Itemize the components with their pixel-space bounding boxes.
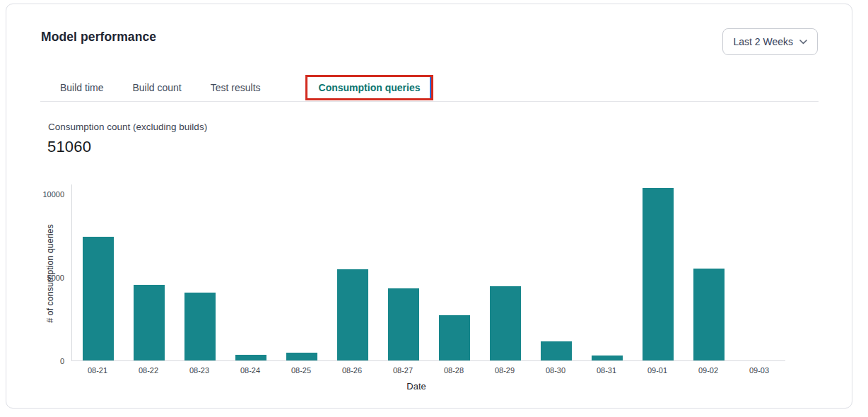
x-axis-tick-label: 08-30 (530, 366, 581, 375)
tab-build-count[interactable]: Build count (132, 82, 181, 93)
x-axis-tick-label: 08-24 (225, 366, 276, 375)
y-axis-tick-label: 0 (28, 356, 64, 366)
bar-08-30[interactable] (541, 341, 572, 360)
bar-08-22[interactable] (134, 285, 165, 360)
metric-label: Consumption count (excluding builds) (48, 122, 207, 132)
bar-08-25[interactable] (286, 353, 317, 360)
x-axis-tick-label: 08-28 (428, 366, 479, 375)
tab-bar: Build timeBuild countTest resultsConsump… (60, 74, 433, 101)
y-axis-tick-label: 10000 (28, 189, 64, 199)
x-axis-tick-label: 08-31 (581, 366, 632, 375)
x-axis-tick-label: 09-03 (734, 366, 785, 375)
tab-focus-ring (430, 77, 431, 98)
bar-08-24[interactable] (235, 355, 266, 360)
plot-area (71, 184, 785, 361)
bar-09-02[interactable] (693, 269, 725, 360)
y-axis-tick-label: 5000 (28, 273, 64, 283)
page-title: Model performance (41, 30, 156, 45)
consumption-queries-chart: # of consumption queries Date 0500010000… (6, 184, 853, 397)
model-performance-card: Model performance Last 2 Weeks Build tim… (6, 4, 852, 409)
x-axis-tick-label: 08-29 (479, 366, 530, 375)
x-axis-tick-label: 08-26 (327, 366, 377, 375)
page: Model performance Last 2 Weeks Build tim… (0, 0, 868, 417)
x-axis-tick-label: 08-23 (174, 366, 225, 375)
x-axis-title: Date (382, 381, 450, 392)
metric-value: 51060 (47, 138, 91, 156)
x-axis-tick-label: 09-01 (632, 366, 683, 375)
tab-test-results[interactable]: Test results (211, 82, 261, 93)
chevron-down-icon (799, 40, 807, 45)
x-axis-tick-label: 08-21 (72, 366, 123, 375)
bar-09-01[interactable] (643, 188, 674, 360)
bar-08-26[interactable] (337, 269, 368, 360)
bar-08-28[interactable] (439, 315, 470, 360)
tab-divider (40, 101, 819, 102)
tab-build-time[interactable]: Build time (60, 82, 103, 93)
bar-08-31[interactable] (592, 356, 623, 360)
date-range-dropdown[interactable]: Last 2 Weeks (722, 28, 818, 55)
tab-label: Build count (132, 82, 181, 93)
bar-08-29[interactable] (490, 286, 521, 360)
x-axis-tick-label: 08-27 (377, 366, 428, 375)
x-axis-tick-label: 09-02 (683, 366, 734, 375)
x-axis-tick-label: 08-22 (123, 366, 174, 375)
x-axis-tick-label: 08-25 (276, 366, 327, 375)
tab-label: Consumption queries (319, 82, 421, 93)
bar-08-21[interactable] (83, 237, 114, 360)
bar-08-23[interactable] (184, 293, 216, 360)
tab-label: Build time (60, 82, 103, 93)
bar-08-27[interactable] (388, 288, 419, 360)
tab-label: Test results (211, 82, 261, 93)
date-range-value: Last 2 Weeks (733, 36, 793, 47)
tab-consumption-queries[interactable]: Consumption queries (305, 75, 434, 100)
